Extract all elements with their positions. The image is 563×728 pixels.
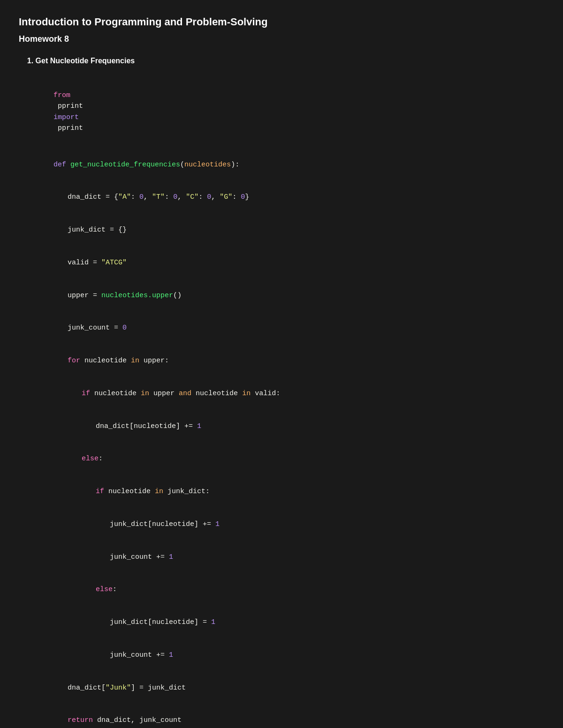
- kw-def-1: def: [53, 161, 70, 169]
- import-pprint: pprint: [53, 124, 83, 132]
- page-title: Introduction to Programming and Problem-…: [19, 14, 544, 30]
- keyword-import: import: [53, 113, 79, 121]
- param-nucleotides: nucleotides: [184, 161, 231, 169]
- section-1: 1. Get Nucleotide Frequencies from pprin…: [19, 55, 544, 728]
- fn-get-nuc: get_nucleotide_frequencies: [70, 161, 180, 169]
- module-pprint: pprint: [53, 102, 87, 110]
- code-block-1: from pprint import pprint def get_nucleo…: [19, 75, 544, 728]
- keyword-from: from: [53, 91, 70, 99]
- homework-title: Homework 8: [19, 33, 544, 46]
- section-1-title: 1. Get Nucleotide Frequencies: [19, 55, 544, 67]
